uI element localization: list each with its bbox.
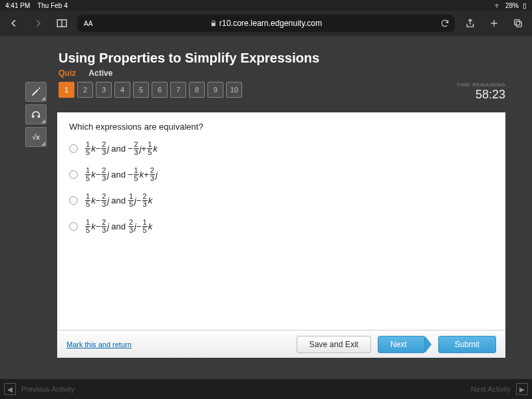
option-c[interactable]: 15k−23j and 15j−23k [69, 193, 493, 208]
reload-icon[interactable] [440, 19, 450, 28]
browser-navbar: AA r10.core.learn.edgenuity.com [0, 11, 532, 36]
status-date: Thu Feb 4 [37, 2, 68, 9]
radio-c[interactable] [69, 196, 78, 205]
lesson-type-label: Quiz [59, 68, 76, 78]
time-remaining-value: 58:23 [456, 88, 505, 102]
battery-text: 28% [505, 2, 519, 9]
radio-d[interactable] [69, 222, 78, 231]
question-prompt: Which expressions are equivalent? [69, 122, 493, 132]
page-content: Using Properties to Simplify Expressions… [0, 36, 532, 399]
question-nav-1[interactable]: 1 [59, 82, 74, 98]
question-nav-9[interactable]: 9 [207, 82, 223, 98]
next-activity-label[interactable]: Next Activity [471, 385, 511, 393]
question-nav-7[interactable]: 7 [170, 82, 186, 98]
statusbar-left: 4:41 PM Thu Feb 4 [5, 2, 68, 9]
back-button[interactable] [5, 15, 23, 32]
question-nav-8[interactable]: 8 [189, 82, 205, 98]
svg-rect-1 [516, 21, 521, 27]
bookmarks-icon[interactable] [53, 15, 70, 32]
option-a[interactable]: 15k−23j and −23j+15k [69, 141, 493, 156]
time-remaining: TIME REMAINING 58:23 [456, 82, 505, 102]
audio-tool[interactable] [25, 104, 47, 124]
status-time: 4:41 PM [5, 2, 30, 9]
side-tools: √x [25, 82, 51, 150]
mark-return-link[interactable]: Mark this and return [66, 340, 132, 348]
question-nav-5[interactable]: 5 [133, 82, 149, 98]
option-b[interactable]: 15k−23j and −15k+23j [69, 167, 493, 182]
option-c-text: 15k−23j and 15j−23k [84, 193, 152, 208]
lesson-status-label: Active [88, 68, 112, 78]
option-b-text: 15k−23j and −15k+23j [84, 167, 158, 182]
next-activity-arrow[interactable]: ▶ [516, 383, 528, 395]
lesson-title: Using Properties to Simplify Expressions [59, 51, 532, 66]
radio-a[interactable] [69, 144, 78, 153]
option-a-text: 15k−23j and −23j+15k [84, 141, 158, 156]
tabs-icon[interactable] [509, 15, 527, 32]
quiz-body: Which expressions are equivalent? 15k−23… [57, 112, 505, 330]
lock-icon [210, 20, 217, 27]
battery-icon: ▯ [523, 2, 527, 9]
statusbar-right: ᯤ 28% ▯ [495, 2, 527, 9]
prev-activity-arrow[interactable]: ◀ [4, 383, 16, 395]
wifi-icon: ᯤ [495, 2, 501, 9]
question-nav-4[interactable]: 4 [114, 82, 130, 98]
radio-b[interactable] [69, 170, 78, 179]
question-nav-2[interactable]: 2 [77, 82, 93, 98]
prev-activity-label[interactable]: Previous Activity [21, 385, 74, 393]
url-host: r10.core.learn.edgenuity.com [219, 19, 323, 28]
quiz-footer: Mark this and return Save and Exit Next … [57, 330, 505, 358]
next-button[interactable]: Next [378, 336, 425, 353]
lesson-subtitle: Quiz Active [59, 68, 532, 78]
text-size-button[interactable]: AA [84, 20, 92, 27]
new-tab-icon[interactable] [485, 15, 503, 32]
ipad-statusbar: 4:41 PM Thu Feb 4 ᯤ 28% ▯ [0, 0, 532, 11]
question-nav-10[interactable]: 10 [226, 82, 242, 98]
time-remaining-label: TIME REMAINING [456, 82, 505, 88]
pencil-tool[interactable] [25, 82, 47, 102]
question-numbers: 1 2 3 4 5 6 7 8 9 10 [59, 82, 242, 98]
share-icon[interactable] [462, 15, 479, 32]
save-exit-button[interactable]: Save and Exit [297, 336, 371, 353]
svg-rect-0 [515, 20, 520, 25]
calculator-tool[interactable]: √x [25, 127, 47, 147]
quiz-panel: Which expressions are equivalent? 15k−23… [57, 112, 505, 358]
question-nav-3[interactable]: 3 [96, 82, 112, 98]
question-nav-6[interactable]: 6 [152, 82, 168, 98]
forward-button[interactable] [29, 15, 47, 32]
url-bar[interactable]: AA r10.core.learn.edgenuity.com [77, 15, 455, 32]
option-d[interactable]: 15k−23j and 23j−15k [69, 219, 493, 234]
activity-bottombar: ◀ Previous Activity Next Activity ▶ [0, 379, 532, 399]
option-d-text: 15k−23j and 23j−15k [84, 219, 152, 234]
submit-button[interactable]: Submit [438, 336, 496, 353]
